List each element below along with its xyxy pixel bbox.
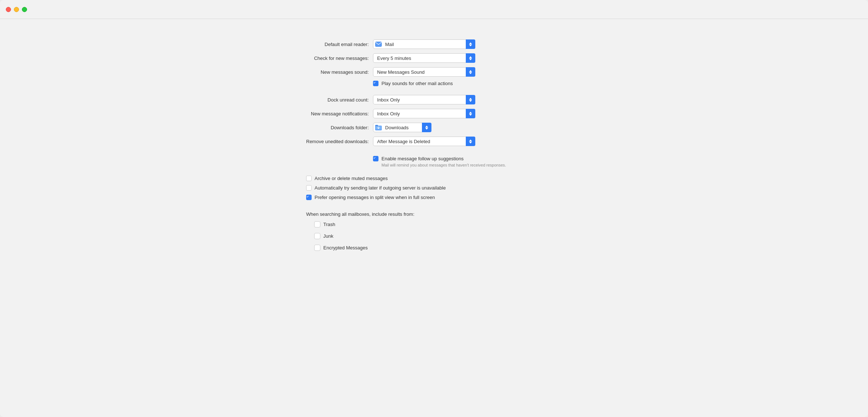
downloads-select-wrapper: Downloads — [373, 123, 431, 132]
play-sounds-checkbox-label[interactable]: Play sounds for other mail actions — [381, 81, 453, 86]
play-sounds-checkbox[interactable] — [373, 81, 378, 86]
enable-followup-label-empty — [306, 160, 373, 164]
remove-unedited-downloads-control: After Message is Deleted — [373, 134, 562, 148]
traffic-lights — [6, 7, 27, 12]
titlebar — [0, 0, 868, 19]
default-email-reader-select[interactable]: Mail — [373, 39, 475, 49]
archive-delete-muted-label[interactable]: Archive or delete muted messages — [315, 176, 388, 181]
enable-followup-checkbox[interactable] — [373, 156, 378, 161]
archive-delete-muted-checkbox[interactable] — [306, 176, 312, 181]
new-messages-sound-control: New Messages Sound — [373, 65, 562, 79]
default-email-reader-label: Default email reader: — [306, 39, 373, 49]
search-section-label: When searching all mailboxes, include re… — [306, 208, 562, 219]
trash-row: Trash — [314, 219, 562, 229]
settings-content: Default email reader: Mail — [0, 19, 868, 417]
new-message-notifications-select[interactable]: Inbox Only — [373, 109, 475, 118]
spacer-2 — [306, 148, 562, 153]
check-new-messages-select[interactable]: Every 5 minutes — [373, 53, 475, 63]
enable-followup-sublabel: Mail will remind you about messages that… — [373, 162, 506, 168]
prefer-split-view-row: Prefer opening messages in split view wh… — [306, 192, 562, 202]
auto-retry-send-label[interactable]: Automatically try sending later if outgo… — [315, 185, 446, 191]
dock-unread-count-select-wrapper: Inbox Only — [373, 95, 475, 104]
dock-unread-count-control: Inbox Only — [373, 93, 562, 107]
new-message-notifications-label: New message notifications: — [306, 109, 373, 119]
minimize-button[interactable] — [14, 7, 19, 12]
downloads-folder-label: Downloads folder: — [306, 123, 373, 133]
new-message-notifications-select-wrapper: Inbox Only — [373, 109, 475, 118]
new-messages-sound-select[interactable]: New Messages Sound — [373, 67, 475, 77]
standalone-checkboxes: Archive or delete muted messages Automat… — [306, 170, 562, 253]
enable-followup-checkbox-label[interactable]: Enable message follow up suggestions — [381, 156, 464, 161]
downloads-folder-control: Downloads — [373, 120, 562, 134]
encrypted-messages-checkbox[interactable] — [314, 245, 320, 251]
trash-checkbox[interactable] — [314, 221, 320, 227]
remove-unedited-downloads-select[interactable]: After Message is Deleted — [373, 137, 475, 146]
dock-unread-count-select[interactable]: Inbox Only — [373, 95, 475, 104]
auto-retry-send-checkbox[interactable] — [306, 185, 312, 191]
auto-retry-send-row: Automatically try sending later if outgo… — [306, 183, 562, 192]
play-sounds-label-empty — [306, 81, 373, 85]
play-sounds-row: Play sounds for other mail actions — [373, 79, 562, 88]
junk-row: Junk — [314, 231, 562, 241]
archive-delete-muted-row: Archive or delete muted messages — [306, 173, 562, 183]
remove-unedited-downloads-select-wrapper: After Message is Deleted — [373, 137, 475, 146]
new-message-notifications-control: Inbox Only — [373, 107, 562, 120]
maximize-button[interactable] — [22, 7, 27, 12]
new-messages-sound-label: New messages sound: — [306, 67, 373, 77]
check-new-messages-select-wrapper: Every 5 minutes — [373, 53, 475, 63]
close-button[interactable] — [6, 7, 11, 12]
junk-checkbox[interactable] — [314, 233, 320, 239]
settings-grid: Default email reader: Mail — [306, 37, 562, 170]
trash-label[interactable]: Trash — [323, 222, 335, 227]
search-section: When searching all mailboxes, include re… — [306, 202, 562, 253]
encrypted-messages-label[interactable]: Encrypted Messages — [323, 245, 368, 250]
search-checkboxes: Trash Junk Encrypted Messages — [306, 219, 562, 253]
spacer-1 — [306, 88, 562, 93]
default-email-reader-control: Mail — [373, 37, 562, 51]
encrypted-messages-row: Encrypted Messages — [314, 242, 562, 253]
dock-unread-count-label: Dock unread count: — [306, 95, 373, 105]
check-new-messages-control: Every 5 minutes — [373, 51, 562, 65]
main-window: Default email reader: Mail — [0, 0, 868, 417]
default-email-reader-select-wrapper: Mail — [373, 39, 475, 49]
check-new-messages-label: Check for new messages: — [306, 53, 373, 63]
enable-followup-row: Enable message follow up suggestions — [373, 156, 464, 161]
prefer-split-view-label[interactable]: Prefer opening messages in split view wh… — [315, 195, 435, 200]
junk-label[interactable]: Junk — [323, 233, 333, 239]
downloads-folder-select[interactable]: Downloads — [373, 123, 431, 132]
prefer-split-view-checkbox[interactable] — [306, 195, 312, 200]
new-messages-sound-select-wrapper: New Messages Sound — [373, 67, 475, 77]
remove-unedited-downloads-label: Remove unedited downloads: — [306, 137, 373, 146]
enable-followup-control: Enable message follow up suggestions Mai… — [373, 153, 562, 170]
